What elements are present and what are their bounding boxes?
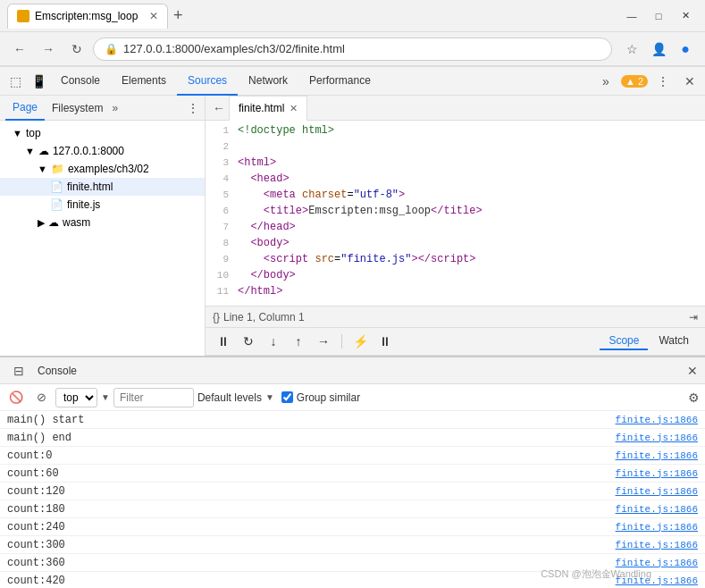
profile-button[interactable]: 👤 bbox=[646, 37, 671, 62]
line-number: 9 bbox=[206, 253, 238, 265]
arrow-icon: ▼ bbox=[25, 146, 35, 156]
console-row: count:300finite.js:1866 bbox=[0, 536, 705, 554]
pause-btn[interactable]: ⏸ bbox=[213, 331, 234, 352]
tab-performance[interactable]: Performance bbox=[298, 67, 382, 96]
console-source-link[interactable]: finite.js:1866 bbox=[616, 504, 698, 515]
console-row: count:0finite.js:1866 bbox=[0, 447, 705, 465]
browser-tab[interactable]: Emscripten:msg_loop ✕ bbox=[7, 4, 168, 29]
console-close-btn[interactable]: ✕ bbox=[687, 364, 698, 378]
back-button[interactable]: ← bbox=[7, 37, 32, 62]
console-filter-input[interactable] bbox=[113, 388, 194, 407]
tree-label: wasm bbox=[63, 216, 90, 229]
console-source-link[interactable]: finite.js:1866 bbox=[616, 450, 698, 461]
group-similar-label: Group similar bbox=[297, 391, 360, 404]
line-number: 7 bbox=[206, 221, 238, 232]
code-line: 9 <script src="finite.js"></script> bbox=[206, 253, 705, 269]
console-source-link[interactable]: finite.js:1866 bbox=[616, 558, 698, 568]
forward-button[interactable]: → bbox=[36, 37, 61, 62]
tree-item-top[interactable]: ▼ top bbox=[0, 124, 205, 142]
line-content: <meta charset="utf-8"> bbox=[238, 189, 705, 201]
tree-item-finite-html[interactable]: 📄 finite.html bbox=[0, 178, 205, 196]
line-number: 8 bbox=[206, 237, 238, 248]
code-line: 2 bbox=[206, 140, 705, 156]
tab-sources[interactable]: Sources bbox=[177, 67, 238, 96]
console-toolbar: 🚫 ⊘ top ▼ Default levels ▼ Group similar… bbox=[0, 384, 705, 411]
panel-tab-filesystem[interactable]: Filesystem bbox=[45, 96, 110, 121]
tab-elements[interactable]: Elements bbox=[111, 67, 177, 96]
nav-icons: ☆ 👤 ● bbox=[619, 37, 698, 62]
line-number: 2 bbox=[206, 140, 238, 152]
line-number: 11 bbox=[206, 285, 238, 297]
panel-tab-page[interactable]: Page bbox=[5, 96, 45, 121]
console-clear-btn[interactable]: 🚫 bbox=[5, 387, 27, 408]
tree-item-finite-js[interactable]: 📄 finite.js bbox=[0, 196, 205, 214]
line-content: <script src="finite.js"></script> bbox=[238, 253, 705, 265]
code-area[interactable]: 1<!doctype html>23<html>4 <head>5 <meta … bbox=[206, 121, 705, 306]
devtools-main: Page Filesystem » ⋮ ▼ top ▼ ☁ 127.0.0. bbox=[0, 96, 705, 356]
code-line: 6 <title>Emscripten:msg_loop</title> bbox=[206, 205, 705, 221]
extension-button[interactable]: ● bbox=[673, 37, 698, 62]
line-content: </html> bbox=[238, 285, 705, 298]
refresh-button[interactable]: ↻ bbox=[64, 37, 89, 62]
arrow-icon: ▶ bbox=[38, 217, 45, 229]
devtools-panel: ⬚ 📱 Console Elements Sources Network Per… bbox=[0, 66, 705, 588]
console-source-link[interactable]: finite.js:1866 bbox=[616, 433, 698, 443]
tab-close-btn[interactable]: ✕ bbox=[149, 10, 158, 22]
status-text: Line 1, Column 1 bbox=[223, 311, 305, 323]
deactivate-btn[interactable]: ⚡ bbox=[349, 331, 371, 352]
select-arrow: ▼ bbox=[101, 392, 110, 402]
console-settings-btn[interactable]: ⚙ bbox=[688, 391, 700, 405]
step-btn[interactable]: → bbox=[313, 331, 334, 352]
editor-nav-back-btn[interactable]: ← bbox=[209, 101, 229, 115]
tree-item-folder[interactable]: ▼ 📁 examples/ch3/02 bbox=[0, 160, 205, 178]
close-button[interactable]: ✕ bbox=[673, 6, 698, 26]
console-source-link[interactable]: finite.js:1866 bbox=[616, 540, 698, 550]
step-into-btn[interactable]: ↓ bbox=[263, 331, 284, 352]
console-dock-btn[interactable]: ⊟ bbox=[7, 359, 30, 382]
editor-tab-close-btn[interactable]: ✕ bbox=[290, 103, 298, 114]
console-output: main() startfinite.js:1866main() endfini… bbox=[0, 411, 705, 588]
console-source-link[interactable]: finite.js:1866 bbox=[616, 575, 698, 586]
scope-tabs: Scope Watch bbox=[600, 332, 698, 350]
tab-console[interactable]: Console bbox=[50, 67, 111, 96]
panel-more-tabs[interactable]: » bbox=[112, 102, 118, 114]
console-source-link[interactable]: finite.js:1866 bbox=[616, 468, 698, 479]
console-row: main() startfinite.js:1866 bbox=[0, 411, 705, 429]
code-line: 5 <meta charset="utf-8"> bbox=[206, 189, 705, 205]
devtools-inspect-btn[interactable]: ⬚ bbox=[4, 70, 27, 93]
arrow-icon: ▼ bbox=[13, 128, 22, 139]
scope-tab-scope[interactable]: Scope bbox=[600, 332, 648, 350]
console-levels[interactable]: Default levels ▼ bbox=[197, 391, 274, 404]
pause2-btn[interactable]: ⏸ bbox=[374, 331, 396, 352]
bookmark-button[interactable]: ☆ bbox=[619, 37, 644, 62]
minimize-button[interactable]: — bbox=[619, 6, 644, 26]
more-tabs-btn[interactable]: » bbox=[594, 70, 617, 93]
group-similar-checkbox[interactable] bbox=[281, 391, 293, 403]
console-block-btn[interactable]: ⊘ bbox=[30, 387, 52, 408]
console-row: count:360finite.js:1866 bbox=[0, 554, 705, 572]
format-icon[interactable]: ⇥ bbox=[689, 311, 698, 323]
scope-tab-watch[interactable]: Watch bbox=[650, 332, 698, 350]
maximize-button[interactable]: □ bbox=[646, 6, 671, 26]
console-header: ⊟ Console ✕ bbox=[0, 357, 705, 384]
console-context-select[interactable]: top bbox=[55, 388, 97, 407]
step-out-btn[interactable]: ↑ bbox=[288, 331, 309, 352]
code-line: 10 </body> bbox=[206, 269, 705, 285]
step-over-btn[interactable]: ↻ bbox=[238, 331, 259, 352]
devtools-close-btn[interactable]: ✕ bbox=[678, 70, 701, 93]
panel-menu-btn[interactable]: ⋮ bbox=[187, 101, 199, 115]
tree-item-wasm[interactable]: ▶ ☁ wasm bbox=[0, 214, 205, 231]
console-source-link[interactable]: finite.js:1866 bbox=[616, 486, 698, 497]
code-line: 4 <head> bbox=[206, 172, 705, 189]
tree-item-server[interactable]: ▼ ☁ 127.0.0.1:8000 bbox=[0, 142, 205, 160]
console-message: count:420 bbox=[7, 575, 608, 587]
new-tab-button[interactable]: + bbox=[168, 6, 189, 25]
devtools-menu-btn[interactable]: ⋮ bbox=[651, 70, 675, 93]
console-source-link[interactable]: finite.js:1866 bbox=[616, 415, 698, 425]
devtools-device-btn[interactable]: 📱 bbox=[27, 70, 50, 93]
editor-tabs: ← finite.html ✕ bbox=[206, 96, 705, 121]
console-source-link[interactable]: finite.js:1866 bbox=[616, 522, 698, 533]
editor-tab-finite-html[interactable]: finite.html ✕ bbox=[229, 96, 307, 121]
tab-network[interactable]: Network bbox=[238, 67, 298, 96]
address-bar[interactable]: 🔒 127.0.0.1:8000/examples/ch3/02/finite.… bbox=[93, 38, 612, 61]
